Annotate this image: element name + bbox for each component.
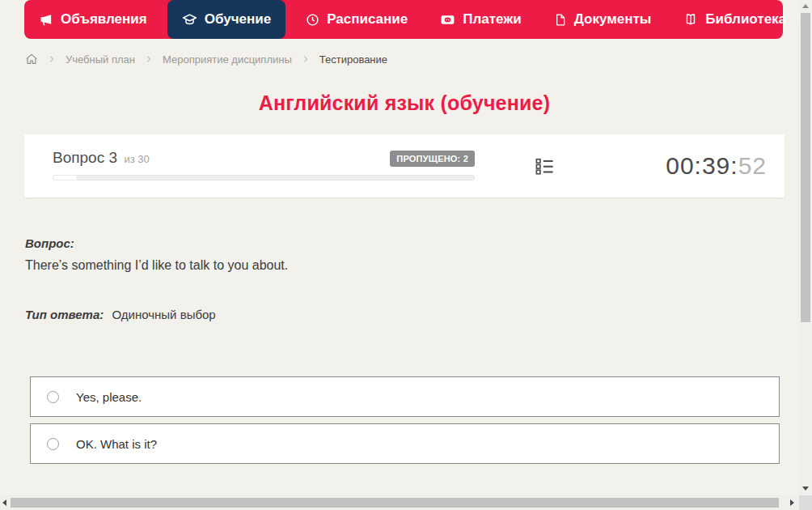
timer-seconds: 52 — [738, 152, 767, 179]
nav-item-label: Обучение — [205, 11, 271, 28]
nav-item-payments[interactable]: Платежи — [428, 0, 534, 39]
progress-bar — [53, 175, 475, 181]
page-title: Английский язык (обучение) — [0, 91, 809, 115]
horizontal-scrollbar[interactable] — [0, 495, 799, 510]
question-number: Вопрос 3 из 30 — [53, 149, 150, 167]
nav-item-learning[interactable]: Обучение — [167, 0, 285, 39]
breadcrumb-discipline-event[interactable]: Мероприятие дисциплины — [163, 53, 292, 66]
main-navbar: Объявления Обучение Расписание Платежи Д… — [24, 0, 783, 39]
question-progress-block: Вопрос 3 из 30 ПРОПУЩЕНО: 2 — [53, 149, 475, 181]
answer-option-label: Yes, please. — [76, 390, 142, 404]
nav-item-label: Объявления — [61, 11, 147, 28]
question-text: There’s something I’d like to talk to yo… — [25, 258, 777, 273]
chevron-right-icon — [145, 55, 153, 63]
clock-icon — [306, 13, 319, 27]
scroll-left-arrow-icon[interactable] — [2, 499, 6, 506]
cash-icon — [440, 12, 455, 28]
answer-option-2[interactable]: OK. What is it? — [30, 423, 780, 464]
nav-item-announcements[interactable]: Объявления — [27, 0, 159, 39]
answer-type-label: Тип ответа: — [25, 308, 104, 321]
question-list-icon[interactable] — [534, 155, 556, 181]
nav-item-label: Библиотека — [705, 11, 786, 28]
nav-item-documents[interactable]: Документы — [542, 0, 664, 39]
chevron-right-icon — [48, 55, 56, 63]
megaphone-icon — [40, 13, 53, 27]
answer-option-label: OK. What is it? — [76, 437, 157, 451]
vertical-scrollbar-thumb[interactable] — [801, 13, 810, 322]
nav-item-schedule[interactable]: Расписание — [294, 0, 420, 39]
horizontal-scrollbar-thumb[interactable] — [11, 498, 779, 508]
question-label: Вопрос: — [25, 236, 777, 250]
vertical-scrollbar[interactable] — [799, 0, 812, 495]
breadcrumb-testing: Тестирование — [319, 53, 387, 66]
question-header-card: Вопрос 3 из 30 ПРОПУЩЕНО: 2 00:39:52 — [24, 134, 785, 198]
answer-type-row: Тип ответа: Одиночный выбор — [25, 308, 777, 321]
breadcrumb: Учебный план Мероприятие дисциплины Тест… — [25, 50, 387, 68]
answers-list: Yes, please. OK. What is it? — [30, 376, 780, 470]
scroll-right-arrow-icon[interactable] — [790, 499, 794, 506]
progress-fill — [53, 175, 78, 181]
book-icon — [683, 12, 698, 27]
radio-button[interactable] — [47, 391, 59, 403]
home-icon[interactable] — [25, 53, 38, 66]
skipped-badge: ПРОПУЩЕНО: 2 — [390, 151, 475, 167]
document-icon — [554, 13, 567, 27]
timer: 00:39:52 — [666, 154, 767, 178]
answer-type-value: Одиночный выбор — [112, 308, 215, 321]
graduation-cap-icon — [182, 12, 197, 28]
question-body: Вопрос: There’s something I’d like to ta… — [25, 236, 777, 321]
timer-hours-minutes: 00:39: — [666, 152, 738, 179]
question-total-label: из 30 — [124, 153, 149, 165]
nav-item-library[interactable]: Библиотека — [671, 0, 812, 39]
answer-option-1[interactable]: Yes, please. — [30, 376, 780, 417]
question-number-label: Вопрос 3 — [53, 149, 117, 166]
nav-item-label: Расписание — [327, 11, 408, 28]
radio-button[interactable] — [47, 438, 59, 450]
scrollbar-corner — [799, 495, 812, 510]
scroll-up-arrow-icon[interactable] — [802, 4, 809, 8]
nav-item-label: Платежи — [463, 11, 522, 28]
chevron-right-icon — [302, 55, 310, 63]
breadcrumb-study-plan[interactable]: Учебный план — [66, 53, 135, 66]
scroll-down-arrow-icon[interactable] — [802, 487, 809, 491]
nav-item-label: Документы — [574, 11, 652, 28]
